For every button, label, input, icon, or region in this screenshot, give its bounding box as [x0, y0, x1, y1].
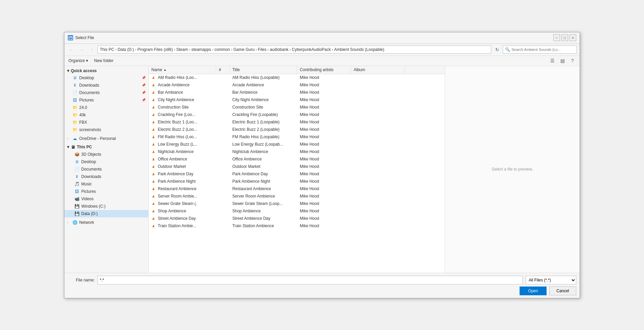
col-header-album[interactable]: Album: [351, 66, 405, 74]
table-row[interactable]: Outdoor Market Outdoor Market Mike Hood: [149, 163, 445, 171]
file-name-cell: AM Radio Hiss (Loo...: [149, 75, 216, 80]
organize-button[interactable]: Organize ▾: [67, 58, 89, 64]
title-bar-left: Select File: [68, 35, 94, 40]
onedrive-icon: ☁: [72, 136, 78, 141]
breadcrumb-program-files[interactable]: Program Files (x86): [137, 47, 173, 52]
back-button[interactable]: ←: [67, 46, 76, 54]
title-bar-controls: − □ ×: [553, 34, 576, 41]
sidebar-item-data-d[interactable]: 💾 Data (D:): [64, 210, 148, 217]
col-header-num[interactable]: #: [216, 66, 230, 74]
breadcrumb-audiobank[interactable]: audiobank: [270, 47, 288, 52]
up-button[interactable]: ↑: [87, 46, 96, 54]
pin-icon: 📌: [142, 76, 146, 80]
file-artists-cell: Mike Hood: [297, 90, 351, 95]
sidebar-item-videos[interactable]: 📹 Videos: [64, 195, 148, 203]
table-row[interactable]: Street Ambience Day Street Ambience Day …: [149, 215, 445, 222]
sidebar-label-documents-pc: Documents: [81, 167, 102, 172]
minimize-button[interactable]: −: [553, 34, 560, 41]
file-dialog: Select File − □ × ← → ↑ This PC › Data (…: [64, 32, 580, 298]
sidebar-item-40k[interactable]: 📁 40k: [64, 111, 148, 119]
desktop-pc-icon: 🖥: [74, 159, 80, 164]
table-row[interactable]: Server Room Ambie... Server Room Ambienc…: [149, 193, 445, 200]
organize-bar-right: ☰ ▤ ?: [548, 57, 577, 65]
file-title-cell: Server Room Ambience: [230, 194, 297, 199]
table-row[interactable]: Electric Buzz 2 (Loo... Electric Buzz 2 …: [149, 126, 445, 133]
sidebar-item-pictures-quick[interactable]: 🖼 Pictures 📌: [64, 96, 148, 104]
sidebar-label-desktop-quick: Desktop: [79, 76, 94, 80]
table-row[interactable]: Train Station Ambie... Train Station Amb…: [149, 222, 445, 230]
table-row[interactable]: Park Ambience Day Park Ambience Day Mike…: [149, 171, 445, 178]
sidebar-item-desktop-pc[interactable]: 🖥 Desktop: [64, 158, 148, 166]
breadcrumb-ambient[interactable]: Ambient Sounds (Loopable): [334, 47, 384, 52]
filetype-select[interactable]: All Files (*.*): [526, 276, 576, 284]
breadcrumb-steamapps[interactable]: steamapps: [191, 47, 211, 52]
table-row[interactable]: Office Ambience Office Ambience Mike Hoo…: [149, 156, 445, 163]
sidebar-label-windows-c: Windows (C:): [81, 204, 106, 209]
col-header-name[interactable]: Name ▲: [149, 66, 216, 74]
sidebar-item-windows-c[interactable]: 💾 Windows (C:): [64, 203, 148, 210]
sidebar-item-screenshots[interactable]: 📁 screenshots: [64, 126, 148, 133]
view-details-button[interactable]: ☰: [548, 57, 557, 65]
table-row[interactable]: City Night Ambience City Night Ambience …: [149, 96, 445, 104]
breadcrumb-cyberpunk[interactable]: CyberpunkAudioPack: [292, 47, 331, 52]
sidebar-item-downloads-quick[interactable]: ⬇ Downloads 📌: [64, 82, 148, 89]
cancel-button[interactable]: Cancel: [549, 287, 576, 295]
sidebar-item-downloads-pc[interactable]: ⬇ Downloads: [64, 173, 148, 180]
breadcrumb-this-pc[interactable]: This PC: [100, 47, 114, 52]
col-header-title[interactable]: Title: [230, 66, 297, 74]
title-bar: Select File − □ ×: [64, 32, 580, 44]
breadcrumb-data-d[interactable]: Data (D:): [118, 47, 134, 52]
new-folder-button[interactable]: New folder: [92, 58, 115, 64]
file-list-header: Name ▲ # Title Contributing artists Albu…: [149, 66, 445, 74]
maximize-button[interactable]: □: [561, 34, 568, 41]
breadcrumb-bar[interactable]: This PC › Data (D:) › Program Files (x86…: [97, 46, 491, 54]
table-row[interactable]: Nightclub Ambience Nightclub Ambience Mi…: [149, 148, 445, 156]
sidebar-item-pictures-pc[interactable]: 🖼 Pictures: [64, 188, 148, 195]
breadcrumb-steam[interactable]: Steam: [176, 47, 188, 52]
refresh-button[interactable]: ↻: [493, 46, 501, 54]
open-button[interactable]: Open: [520, 287, 547, 295]
forward-button[interactable]: →: [77, 46, 86, 54]
table-row[interactable]: Restaurant Ambience Restaurant Ambience …: [149, 185, 445, 193]
table-row[interactable]: Shop Ambience Shop Ambience Mike Hood: [149, 208, 445, 215]
sidebar-thispc-header[interactable]: ▾ 🖥 This PC: [64, 144, 148, 151]
table-row[interactable]: Sewer Grate Steam (. Sewer Grate Steam (…: [149, 200, 445, 208]
search-box[interactable]: 🔍: [503, 46, 577, 54]
documents-pc-icon: 📄: [74, 167, 80, 172]
breadcrumb-gameguru[interactable]: Game Guru: [233, 47, 255, 52]
breadcrumb-common[interactable]: common: [214, 47, 230, 52]
sidebar-item-network[interactable]: › 🌐 Network: [64, 219, 148, 226]
file-artists-cell: Mike Hood: [297, 75, 351, 80]
breadcrumb-files[interactable]: Files: [258, 47, 266, 52]
col-header-artists[interactable]: Contributing artists: [297, 66, 351, 74]
sidebar-item-3d-objects[interactable]: 📦 3D Objects: [64, 151, 148, 158]
table-row[interactable]: Park Ambience Night Park Ambience Night …: [149, 178, 445, 185]
filename-input[interactable]: [97, 276, 523, 284]
file-name-cell: Shop Ambience: [149, 209, 216, 213]
table-row[interactable]: Crackling Fire (Loo... Crackling Fire (L…: [149, 111, 445, 119]
file-title-cell: Nightclub Ambience: [230, 149, 297, 154]
sidebar-item-24[interactable]: 📁 24.0: [64, 104, 148, 111]
file-name-text: Server Room Ambie...: [158, 194, 197, 199]
sidebar-item-music[interactable]: 🎵 Music: [64, 180, 148, 188]
table-row[interactable]: Electric Buzz 1 (Loo... Electric Buzz 1 …: [149, 119, 445, 126]
help-button[interactable]: ?: [568, 57, 577, 65]
close-button[interactable]: ×: [569, 34, 576, 41]
table-row[interactable]: Bar Ambiance Bar Ambience Mike Hood: [149, 89, 445, 96]
sidebar-item-documents-quick[interactable]: 📄 Documents 📌: [64, 89, 148, 96]
table-row[interactable]: Low Energy Buzz (L... Low Energy Buzz (L…: [149, 141, 445, 148]
navigation-toolbar: ← → ↑ This PC › Data (D:) › Program File…: [64, 44, 580, 56]
table-row[interactable]: Construction Site Construction Site Mike…: [149, 104, 445, 111]
search-icon: 🔍: [505, 47, 510, 52]
table-row[interactable]: Arcade Ambience Arcade Ambience Mike Hoo…: [149, 82, 445, 89]
sidebar-item-fbx[interactable]: 📁 FBX: [64, 119, 148, 126]
sidebar: ▾ Quick access 🖥 Desktop 📌 ⬇ Downloads 📌: [64, 66, 149, 273]
sidebar-item-onedrive[interactable]: › ☁ OneDrive - Personal: [64, 135, 148, 142]
search-input[interactable]: [511, 48, 575, 52]
sidebar-quick-access-header[interactable]: ▾ Quick access: [64, 67, 148, 74]
view-toggle-button[interactable]: ▤: [558, 57, 567, 65]
table-row[interactable]: AM Radio Hiss (Loo... AM Radio Hiss (Loo…: [149, 74, 445, 82]
table-row[interactable]: FM Radio Hiss (Loo... FM Radio Hiss (Loo…: [149, 133, 445, 141]
sidebar-item-desktop-quick[interactable]: 🖥 Desktop 📌: [64, 74, 148, 82]
sidebar-item-documents-pc[interactable]: 📄 Documents: [64, 166, 148, 173]
